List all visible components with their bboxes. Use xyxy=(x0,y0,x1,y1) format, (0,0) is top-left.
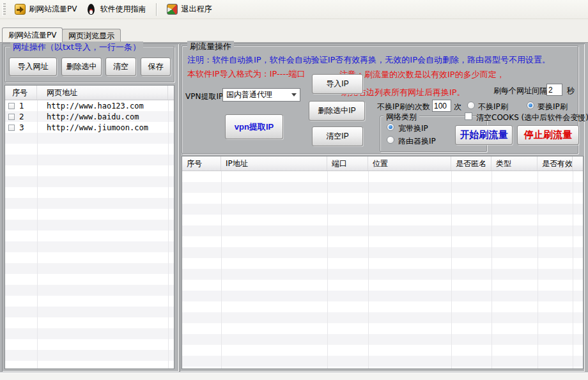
delete-selected-urls-button[interactable]: 删除选中 xyxy=(61,57,102,76)
vpn-source-value: 国内普通代理 xyxy=(226,89,272,100)
note-ip-format: 本软件IP导入格式为：IP----端口 xyxy=(187,68,306,80)
radio-ip-change[interactable] xyxy=(527,102,534,109)
vpn-source-select[interactable]: 国内普通代理 xyxy=(222,88,300,102)
radio-broadband-ip[interactable] xyxy=(387,123,394,131)
column-header-anonymous[interactable]: 是否匿名 xyxy=(451,156,491,171)
toolbar-item-exit[interactable]: 退出程序 xyxy=(162,2,216,17)
url-table-row[interactable]: 2 http://www.baidu.com xyxy=(5,111,174,122)
interval-input[interactable] xyxy=(546,84,562,96)
exit-icon xyxy=(167,4,178,15)
app-refresh-icon xyxy=(15,4,26,15)
toolbar-item-label: 退出程序 xyxy=(181,4,212,15)
url-table: 序号 网页地址 1 http://www.hao123.com 2 http:/… xyxy=(4,85,174,369)
column-header-location[interactable]: 位置 xyxy=(368,156,451,171)
times-label: 不换IP刷的次数 xyxy=(377,102,430,112)
column-header-filler xyxy=(168,86,174,100)
main-content: 网址操作（以txt导入，一行一条） 导入网址 删除选中 清空 保存 序号 网页地… xyxy=(0,43,588,372)
tab-bar: 刷网站流量PV 网页浏览显示 xyxy=(0,19,588,43)
column-header-filler xyxy=(573,156,583,171)
row-checkbox[interactable] xyxy=(8,103,15,109)
vpn-extract-ip-button[interactable]: vpn提取IP xyxy=(225,114,283,139)
row-url: http://www.hao123.com xyxy=(37,102,144,110)
vpn-extract-label: VPN提取IP xyxy=(185,91,223,102)
times-input[interactable] xyxy=(432,100,451,112)
toolbar-item-guide[interactable]: 软件使用指南 xyxy=(81,2,150,17)
url-operations-group: 网址操作（以txt导入，一行一条） 导入网址 删除选中 清空 保存 xyxy=(4,46,174,82)
column-header-port[interactable]: 端口 xyxy=(327,156,368,171)
flow-operations-title: 刷流量操作 xyxy=(187,41,234,52)
column-header-type[interactable]: 类型 xyxy=(491,156,538,171)
clear-cookies-label[interactable]: 清空COOKS (选中后软件会变慢) xyxy=(476,112,588,123)
interval-label: 刷每个网址间隔: xyxy=(493,86,550,96)
column-divider xyxy=(327,171,328,369)
interval-unit: 秒 xyxy=(567,86,575,96)
ip-table-body xyxy=(182,171,583,369)
url-operations-title: 网址操作（以txt导入，一行一条） xyxy=(10,42,143,53)
start-traffic-button[interactable]: 开始刷流量 xyxy=(455,125,513,145)
column-header-url[interactable]: 网页地址 xyxy=(37,86,168,100)
column-header-index[interactable]: 序号 xyxy=(182,156,221,171)
column-divider xyxy=(573,171,573,369)
times-unit: 次 xyxy=(454,102,461,112)
toolbar-item-label: 刷网站流量PV xyxy=(29,4,77,15)
row-index: 3 xyxy=(19,123,37,132)
status-bar xyxy=(0,372,588,380)
column-divider xyxy=(491,171,492,369)
radio-router-ip-label[interactable]: 路由器换IP xyxy=(398,136,436,147)
column-header-ip[interactable]: IP地址 xyxy=(221,156,327,171)
radio-router-ip[interactable] xyxy=(387,136,394,144)
ip-table-header: 序号 IP地址 端口 位置 是否匿名 类型 是否有效 xyxy=(182,156,583,171)
url-table-body: 1 http://www.hao123.com 2 http://www.bai… xyxy=(5,100,174,369)
import-ip-button[interactable]: 导入IP xyxy=(312,74,363,94)
flow-operations-group: 刷流量操作 注明：软件自动换IP，软件会自动验证IP否有效再换，无效的IP会自动… xyxy=(182,45,578,154)
row-checkbox[interactable] xyxy=(8,114,15,120)
note-notice: 注意：刷流量的次数是以有效IP的多少而定， xyxy=(339,69,505,80)
ip-table: 序号 IP地址 端口 位置 是否匿名 类型 是否有效 xyxy=(182,156,584,369)
toolbar-item-traffic-pv[interactable]: 刷网站流量PV xyxy=(10,2,81,17)
chevron-down-icon xyxy=(291,93,297,96)
row-url: http://www.baidu.com xyxy=(37,112,139,121)
column-divider xyxy=(538,171,538,369)
column-divider xyxy=(221,171,222,369)
column-divider xyxy=(451,171,452,369)
save-urls-button[interactable]: 保存 xyxy=(141,57,171,76)
radio-ip-change-label[interactable]: 要换IP刷 xyxy=(538,102,568,112)
toolbar-item-label: 软件使用指南 xyxy=(100,4,146,15)
row-url: http://www.jiumoon.com xyxy=(37,123,148,132)
clear-ip-button[interactable]: 清空IP xyxy=(312,126,363,146)
row-index: 2 xyxy=(19,112,37,121)
stop-traffic-button[interactable]: 停止刷流量 xyxy=(517,125,579,145)
url-table-header: 序号 网页地址 xyxy=(5,86,174,100)
note-auto-ip: 注明：软件自动换IP，软件会自动验证IP否有效再换，无效的IP会自动删除，路由器… xyxy=(187,54,550,66)
tab-browser-display[interactable]: 网页浏览显示 xyxy=(62,29,121,42)
network-type-title: 网络类别 xyxy=(383,112,419,123)
tab-traffic-pv[interactable]: 刷网站流量PV xyxy=(2,27,63,42)
penguin-icon xyxy=(86,4,97,15)
column-divider xyxy=(168,100,169,369)
column-header-valid[interactable]: 是否有效 xyxy=(538,156,573,171)
toolbar: 刷网站流量PV 软件使用指南 退出程序 xyxy=(0,0,588,19)
app-window: 刷网站流量PV 软件使用指南 退出程序 刷网站流量PV 网页浏览显示 网址操作（… xyxy=(0,0,588,380)
row-checkbox[interactable] xyxy=(8,125,15,131)
column-divider xyxy=(368,171,369,369)
clear-cookies-checkbox[interactable] xyxy=(465,112,472,120)
column-divider xyxy=(37,100,38,369)
clear-urls-button[interactable]: 清空 xyxy=(105,57,136,76)
url-table-row[interactable]: 1 http://www.hao123.com xyxy=(5,100,174,111)
column-header-index[interactable]: 序号 xyxy=(5,86,37,100)
radio-no-ip-change[interactable] xyxy=(467,102,475,109)
toolbar-separator xyxy=(156,3,157,16)
delete-selected-ip-button[interactable]: 删除选中IP xyxy=(309,101,365,121)
radio-broadband-ip-label[interactable]: 宽带换IP xyxy=(398,123,428,134)
toolbar-grip[interactable] xyxy=(3,3,6,16)
row-index: 1 xyxy=(19,102,37,110)
url-table-row[interactable]: 3 http://www.jiumoon.com xyxy=(5,122,174,133)
import-urls-button[interactable]: 导入网址 xyxy=(9,57,57,76)
radio-no-ip-change-label[interactable]: 不换IP刷 xyxy=(478,102,508,112)
